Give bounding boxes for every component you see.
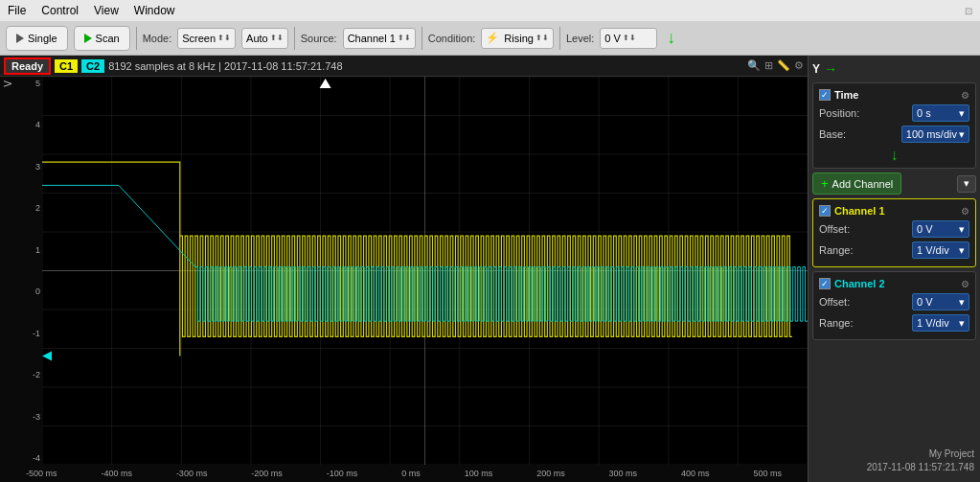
- time-cb[interactable]: ✓: [819, 89, 831, 101]
- ch2-range-select[interactable]: 1 V/div ▾: [912, 314, 969, 332]
- scope-canvas[interactable]: [42, 77, 808, 465]
- source-select[interactable]: Channel 1 ⬆⬇: [343, 28, 416, 49]
- time-label: Time: [834, 89, 858, 101]
- time-cb-check: ✓: [821, 90, 829, 100]
- ch2-offset-arrow: ▾: [959, 296, 965, 309]
- y-tick-n3: -3: [15, 412, 40, 422]
- y-tick-5: 5: [15, 79, 40, 88]
- ch1-checkbox[interactable]: ✓ Channel 1: [819, 205, 885, 217]
- condition-label: Condition:: [428, 33, 476, 44]
- ch2-cb-check: ✓: [821, 279, 829, 288]
- ch1-range-arrow: ▾: [959, 244, 965, 257]
- x-tick-200: 200 ms: [536, 469, 565, 478]
- level-value: 0 V: [604, 33, 621, 44]
- level-arrow: ⬆⬇: [623, 34, 636, 42]
- x-tick-n500: -500 ms: [26, 469, 57, 478]
- project-time: 2017-11-08 11:57:21.748: [814, 461, 974, 474]
- ch1-label: Channel 1: [834, 205, 885, 217]
- scan-label: Scan: [96, 33, 120, 44]
- ch1-offset-value: 0 V: [917, 223, 933, 235]
- magnifier-icon[interactable]: 🔍: [747, 59, 761, 72]
- ch1-settings-icon[interactable]: ⚙: [961, 206, 969, 217]
- status-bar: Ready C1 C2 8192 samples at 8 kHz | 2017…: [0, 56, 808, 77]
- add-channel-dropdown[interactable]: ▾: [957, 175, 976, 193]
- level-label: Level:: [566, 33, 594, 44]
- condition-select[interactable]: ⚡ Rising ⬆⬇: [481, 28, 554, 49]
- x-tick-400: 400 ms: [681, 469, 710, 478]
- channel1-section: ✓ Channel 1 ⚙ Offset: 0 V ▾ Range: 1 V/d…: [812, 198, 976, 267]
- y-tick-n1: -1: [15, 329, 40, 338]
- add-plus-icon: +: [821, 176, 829, 191]
- ch2-range-value: 1 V/div: [917, 317, 949, 329]
- waveform-container: V 5 4 3 2 1 0 -1 -2 -3 -4: [0, 77, 808, 465]
- position-label: Position:: [819, 107, 859, 119]
- y-tick-2: 2: [15, 203, 40, 213]
- base-row: Base: 100 ms/div ▾: [819, 126, 969, 143]
- mode-value: Screen: [182, 33, 216, 44]
- y-tick-4: 4: [15, 120, 40, 129]
- ch2-settings-icon[interactable]: ⚙: [961, 279, 969, 289]
- toolbar-separator-2: [294, 27, 295, 50]
- base-select[interactable]: 100 ms/div ▾: [901, 126, 969, 143]
- condition-arrow: ⬆⬇: [536, 34, 549, 42]
- x-tick-500: 500 ms: [754, 469, 783, 478]
- ch1-checkbox-row: ✓ Channel 1 ⚙: [819, 205, 969, 217]
- y-tick-n2: -2: [15, 370, 40, 379]
- auto-value: Auto: [246, 33, 268, 44]
- x-tick-300: 300 ms: [609, 469, 638, 478]
- ch1-offset-row: Offset: 0 V ▾: [819, 220, 969, 238]
- x-tick-n200: -200 ms: [251, 469, 283, 478]
- position-arrow: ▾: [959, 107, 965, 120]
- project-info: My Project 2017-11-08 11:57:21.748: [812, 444, 976, 478]
- time-checkbox[interactable]: ✓ Time: [819, 89, 858, 101]
- x-axis: -500 ms -400 ms -300 ms -200 ms -100 ms …: [0, 465, 808, 482]
- add-channel-label: Add Channel: [832, 178, 894, 190]
- auto-select[interactable]: Auto ⬆⬇: [241, 28, 288, 49]
- v-unit: V: [3, 80, 13, 87]
- base-value: 100 ms/div: [906, 128, 957, 140]
- position-select[interactable]: 0 s ▾: [912, 104, 969, 122]
- y-tick-1: 1: [15, 245, 40, 255]
- ch2-offset-select[interactable]: 0 V ▾: [912, 293, 969, 310]
- base-arrow: ▾: [959, 128, 965, 141]
- toolbar-separator-4: [559, 27, 560, 50]
- v-unit-label: V: [0, 77, 15, 465]
- ch2-label: Channel 2: [834, 278, 885, 289]
- ch1-range-select[interactable]: 1 V/div ▾: [912, 241, 969, 259]
- time-down-button[interactable]: ↓: [819, 147, 969, 164]
- menu-view[interactable]: View: [94, 4, 119, 17]
- window-control: ⊡: [965, 6, 972, 16]
- mode-select[interactable]: Screen ⬆⬇: [177, 28, 236, 49]
- time-section: ✓ Time ⚙ Position: 0 s ▾ Base: 100 ms/di…: [812, 82, 976, 169]
- menu-file[interactable]: File: [8, 4, 26, 17]
- ch1-offset-arrow: ▾: [959, 223, 965, 236]
- ch1-cb-check: ✓: [821, 206, 829, 216]
- status-info: 8192 samples at 8 kHz | 2017-11-08 11:57…: [108, 60, 342, 72]
- x-tick-100: 100 ms: [465, 469, 493, 478]
- single-button[interactable]: Single: [6, 26, 68, 51]
- ch1-cb[interactable]: ✓: [819, 205, 831, 217]
- scan-button[interactable]: Scan: [74, 26, 130, 51]
- source-label: Source:: [301, 33, 337, 44]
- ch2-cb[interactable]: ✓: [819, 278, 831, 289]
- time-settings-icon[interactable]: ⚙: [961, 90, 969, 101]
- source-value: Channel 1: [348, 33, 396, 44]
- menu-window[interactable]: Window: [134, 4, 175, 17]
- panel-header: Y →: [812, 59, 976, 79]
- menubar: File Control View Window ⊡: [0, 0, 980, 21]
- ch2-range-label: Range:: [819, 317, 853, 329]
- toolbar: Single Scan Mode: Screen ⬆⬇ Auto ⬆⬇ Sour…: [0, 21, 980, 56]
- ch1-offset-select[interactable]: 0 V ▾: [912, 220, 969, 238]
- y-tick-0: 0: [15, 287, 40, 296]
- ch2-checkbox[interactable]: ✓ Channel 2: [819, 278, 885, 289]
- mode-label: Mode:: [143, 33, 172, 44]
- source-arrow: ⬆⬇: [398, 34, 411, 42]
- main-area: Ready C1 C2 8192 samples at 8 kHz | 2017…: [0, 56, 980, 482]
- toolbar-separator-3: [422, 27, 422, 50]
- level-down-button[interactable]: ↓: [667, 28, 675, 48]
- add-channel-button[interactable]: + Add Channel: [812, 172, 901, 195]
- menu-control[interactable]: Control: [41, 4, 79, 17]
- ch2-offset-label: Offset:: [819, 296, 850, 308]
- level-select[interactable]: 0 V ⬆⬇: [600, 28, 657, 49]
- y-axis: 5 4 3 2 1 0 -1 -2 -3 -4: [15, 77, 42, 465]
